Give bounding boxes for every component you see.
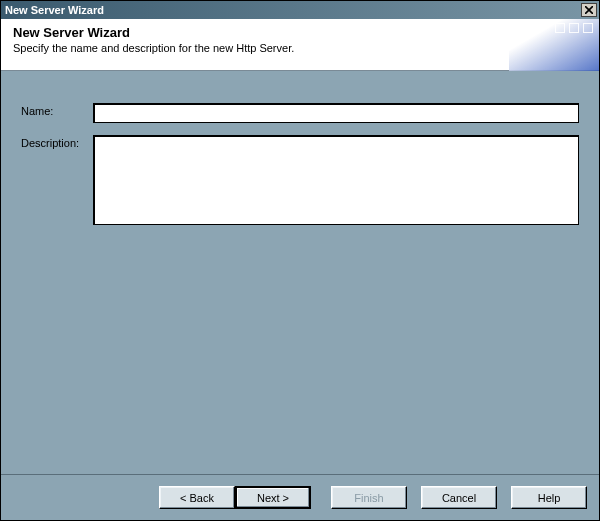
back-button[interactable]: < Back [159,486,235,509]
close-button[interactable] [581,3,597,17]
description-label: Description: [21,135,93,149]
description-row: Description: [21,135,579,225]
wizard-header: New Server Wizard Specify the name and d… [1,19,599,71]
name-row: Name: [21,103,579,123]
cancel-button[interactable]: Cancel [421,486,497,509]
wizard-window: New Server Wizard New Server Wizard Spec… [0,0,600,521]
decoration-square-icon [583,23,593,33]
close-icon [585,6,593,14]
name-label: Name: [21,103,93,117]
nav-button-group: < Back Next > [159,486,311,509]
titlebar: New Server Wizard [1,1,599,19]
description-input[interactable] [93,135,579,225]
decoration-square-icon [555,23,565,33]
finish-button[interactable]: Finish [331,486,407,509]
next-button[interactable]: Next > [235,486,311,509]
page-subtitle: Specify the name and description for the… [13,42,587,54]
name-input[interactable] [93,103,579,123]
header-decoration [509,19,599,71]
decoration-square-icon [569,23,579,33]
window-title: New Server Wizard [5,1,104,19]
wizard-footer: < Back Next > Finish Cancel Help [1,474,599,520]
page-title: New Server Wizard [13,25,587,40]
wizard-content: Name: Description: [1,71,599,474]
help-button[interactable]: Help [511,486,587,509]
